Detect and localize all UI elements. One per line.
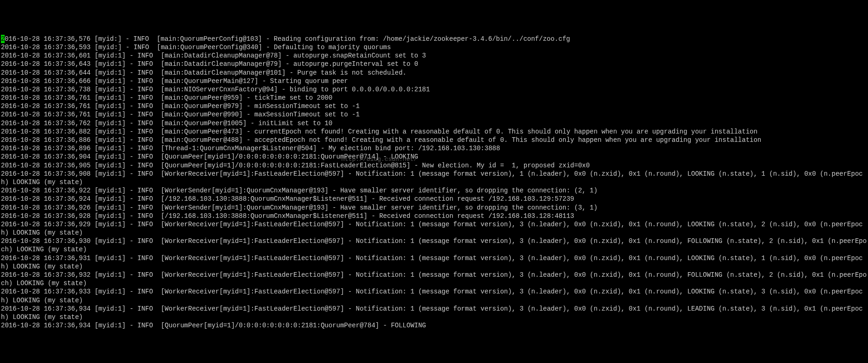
log-line: 2016-10-28 16:37:36,644 [myid:1] - INFO … — [1, 69, 867, 77]
log-line: 2016-10-28 16:37:36,933 [myid:1] - INFO … — [1, 287, 867, 304]
log-line: 2016-10-28 16:37:36,601 [myid:1] - INFO … — [1, 51, 867, 60]
cursor-block: 2 — [1, 35, 5, 43]
log-line: 2016-10-28 16:37:36,930 [myid:1] - INFO … — [1, 237, 867, 254]
log-line: 2016-10-28 16:37:36,932 [myid:1] - INFO … — [1, 271, 867, 287]
log-line: 2016-10-28 16:37:36,928 [myid:1] - INFO … — [1, 212, 867, 220]
log-line: 2016-10-28 16:37:36,593 [myid:] - INFO [… — [1, 43, 867, 51]
log-line: 2016-10-28 16:37:36,643 [myid:1] - INFO … — [1, 60, 867, 68]
log-line: 2016-10-28 16:37:36,666 [myid:1] - INFO … — [1, 77, 867, 85]
log-line: 2016-10-28 16:37:36,896 [myid:1] - INFO … — [1, 144, 867, 153]
log-line: 2016-10-28 16:37:36,886 [myid:1] - INFO … — [1, 136, 867, 144]
log-line: 2016-10-28 16:37:36,926 [myid:1] - INFO … — [1, 204, 867, 212]
log-line: 2016-10-28 16:37:36,904 [myid:1] - INFO … — [1, 153, 867, 161]
log-line: 2016-10-28 16:37:36,762 [myid:1] - INFO … — [1, 119, 867, 127]
log-line: 2016-10-28 16:37:36,934 [myid:1] - INFO … — [1, 305, 867, 321]
log-line: 2016-10-28 16:37:36,905 [myid:1] - INFO … — [1, 161, 867, 170]
log-line: 2016-10-28 16:37:36,922 [myid:1] - INFO … — [1, 186, 867, 195]
log-text: 016-10-28 16:37:36,576 [myid:] - INFO [m… — [5, 35, 570, 43]
log-line: 2016-10-28 16:37:36,931 [myid:1] - INFO … — [1, 254, 867, 271]
log-line: 2016-10-28 16:37:36,929 [myid:1] - INFO … — [1, 220, 867, 237]
log-line: 2016-10-28 16:37:36,738 [myid:1] - INFO … — [1, 85, 867, 94]
terminal-output[interactable]: 2016-10-28 16:37:36,576 [myid:] - INFO [… — [1, 35, 867, 330]
log-line: 2016-10-28 16:37:36,924 [myid:1] - INFO … — [1, 195, 867, 203]
log-line: 2016-10-28 16:37:36,761 [myid:1] - INFO … — [1, 110, 867, 119]
log-line: 2016-10-28 16:37:36,761 [myid:1] - INFO … — [1, 94, 867, 102]
log-line: 2016-10-28 16:37:36,882 [myid:1] - INFO … — [1, 127, 867, 136]
log-line: 2016-10-28 16:37:36,576 [myid:] - INFO [… — [1, 35, 867, 43]
log-line: 2016-10-28 16:37:36,934 [myid:1] - INFO … — [1, 321, 867, 330]
log-line: 2016-10-28 16:37:36,761 [myid:1] - INFO … — [1, 102, 867, 110]
log-line: 2016-10-28 16:37:36,908 [myid:1] - INFO … — [1, 170, 867, 186]
